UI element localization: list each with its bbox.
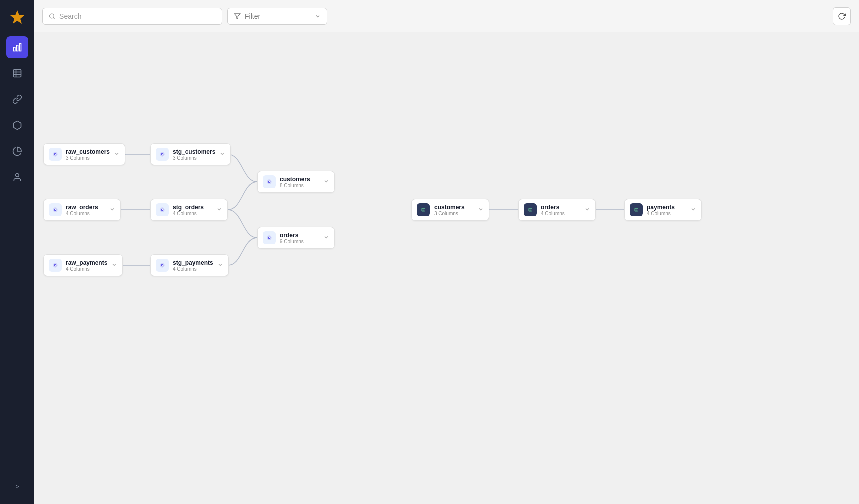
node-chevron-stg_payments[interactable]: [217, 262, 223, 269]
node-chevron-raw_orders[interactable]: [109, 206, 115, 213]
toolbar: Filter: [34, 0, 859, 32]
node-info-customers_main: customers8 Columns: [280, 176, 319, 188]
node-name-payments_db: payments: [647, 204, 686, 211]
node-chevron-stg_orders[interactable]: [216, 206, 222, 213]
svg-point-8: [16, 174, 19, 177]
node-customers_db[interactable]: customers3 Columns: [411, 199, 489, 221]
node-icon-stg_customers: [156, 148, 169, 161]
node-chevron-raw_payments[interactable]: [111, 262, 117, 269]
svg-marker-0: [10, 10, 24, 24]
svg-rect-2: [16, 45, 18, 51]
node-name-stg_customers: stg_customers: [173, 148, 215, 155]
node-info-orders_db: orders4 Columns: [541, 204, 580, 216]
node-cols-orders_main: 9 Columns: [280, 239, 319, 244]
refresh-button[interactable]: [833, 7, 851, 25]
node-cols-stg_orders: 4 Columns: [173, 211, 212, 216]
svg-point-21: [162, 209, 163, 210]
node-orders_main[interactable]: orders9 Columns: [257, 227, 335, 249]
node-chevron-payments_db[interactable]: [690, 206, 696, 213]
node-cols-stg_customers: 3 Columns: [173, 155, 215, 161]
svg-point-23: [269, 237, 270, 238]
sidebar-item-table[interactable]: [6, 62, 28, 84]
svg-rect-30: [527, 206, 534, 213]
node-info-orders_main: orders9 Columns: [280, 232, 319, 244]
node-stg_orders[interactable]: stg_orders4 Columns: [150, 199, 228, 221]
node-chevron-customers_db[interactable]: [478, 206, 484, 213]
node-cols-payments_db: 4 Columns: [647, 211, 686, 216]
node-chevron-stg_customers[interactable]: [219, 151, 225, 158]
svg-rect-4: [14, 70, 21, 77]
sidebar-expand-button[interactable]: >: [6, 480, 28, 494]
sidebar-item-user[interactable]: [6, 166, 28, 188]
node-payments_db[interactable]: payments4 Columns: [624, 199, 702, 221]
node-info-payments_db: payments4 Columns: [647, 204, 686, 216]
svg-point-15: [162, 154, 163, 155]
node-name-orders_main: orders: [280, 232, 319, 239]
sidebar: >: [0, 0, 34, 504]
node-chevron-orders_db[interactable]: [584, 206, 590, 213]
node-icon-customers_db: [417, 203, 430, 216]
node-orders_db[interactable]: orders4 Columns: [518, 199, 596, 221]
svg-line-10: [53, 17, 54, 18]
node-icon-raw_customers: [49, 148, 62, 161]
node-name-raw_customers: raw_customers: [66, 148, 110, 155]
node-stg_customers[interactable]: stg_customers3 Columns: [150, 143, 231, 165]
node-cols-customers_main: 8 Columns: [280, 183, 319, 188]
connection-stg_orders-customers_main: [228, 182, 257, 210]
search-input[interactable]: [59, 12, 216, 20]
svg-point-25: [55, 265, 56, 266]
node-icon-stg_orders: [156, 203, 169, 216]
node-icon-payments_db: [630, 203, 643, 216]
node-raw_customers[interactable]: raw_customers3 Columns: [43, 143, 125, 165]
node-icon-stg_payments: [156, 259, 169, 272]
search-box[interactable]: [42, 8, 222, 25]
sidebar-item-charts[interactable]: [6, 36, 28, 58]
node-info-stg_orders: stg_orders4 Columns: [173, 204, 212, 216]
node-raw_orders[interactable]: raw_orders4 Columns: [43, 199, 121, 221]
svg-point-17: [269, 181, 270, 182]
search-icon: [49, 13, 55, 20]
node-name-raw_payments: raw_payments: [66, 259, 107, 266]
chevron-down-icon: [315, 13, 321, 19]
node-info-stg_customers: stg_customers3 Columns: [173, 148, 215, 161]
svg-rect-32: [633, 206, 640, 213]
node-icon-raw_payments: [49, 259, 62, 272]
svg-point-31: [529, 208, 532, 209]
filter-icon: [234, 13, 241, 20]
svg-rect-1: [14, 47, 15, 51]
connection-stg_orders-orders_main: [228, 210, 257, 238]
node-info-customers_db: customers3 Columns: [434, 204, 474, 216]
node-info-raw_customers: raw_customers3 Columns: [66, 148, 110, 161]
connection-stg_customers-customers_main: [228, 154, 257, 182]
node-info-raw_orders: raw_orders4 Columns: [66, 204, 105, 216]
svg-point-29: [422, 208, 425, 209]
node-name-raw_orders: raw_orders: [66, 204, 105, 211]
sidebar-item-pie[interactable]: [6, 140, 28, 162]
node-customers_main[interactable]: customers8 Columns: [257, 171, 335, 193]
filter-dropdown[interactable]: Filter: [227, 8, 327, 25]
svg-point-19: [55, 209, 56, 210]
sidebar-item-link[interactable]: [6, 88, 28, 110]
svg-point-9: [50, 14, 54, 18]
node-info-stg_payments: stg_payments4 Columns: [173, 259, 213, 272]
node-name-customers_db: customers: [434, 204, 474, 211]
node-icon-customers_main: [263, 175, 276, 188]
refresh-icon: [838, 12, 846, 20]
node-raw_payments[interactable]: raw_payments4 Columns: [43, 254, 123, 276]
node-info-raw_payments: raw_payments4 Columns: [66, 259, 107, 272]
svg-marker-11: [234, 13, 240, 19]
node-cols-raw_customers: 3 Columns: [66, 155, 110, 161]
svg-rect-3: [19, 44, 21, 51]
node-chevron-orders_main[interactable]: [323, 234, 329, 241]
sidebar-item-cube[interactable]: [6, 114, 28, 136]
svg-point-33: [635, 208, 638, 209]
svg-point-27: [162, 265, 163, 266]
node-stg_payments[interactable]: stg_payments4 Columns: [150, 254, 229, 276]
node-chevron-customers_main[interactable]: [323, 178, 329, 185]
node-icon-raw_orders: [49, 203, 62, 216]
node-cols-customers_db: 3 Columns: [434, 211, 474, 216]
connection-stg_payments-orders_main: [228, 238, 257, 265]
node-chevron-raw_customers[interactable]: [114, 151, 120, 158]
app-logo[interactable]: [8, 8, 26, 26]
node-cols-orders_db: 4 Columns: [541, 211, 580, 216]
